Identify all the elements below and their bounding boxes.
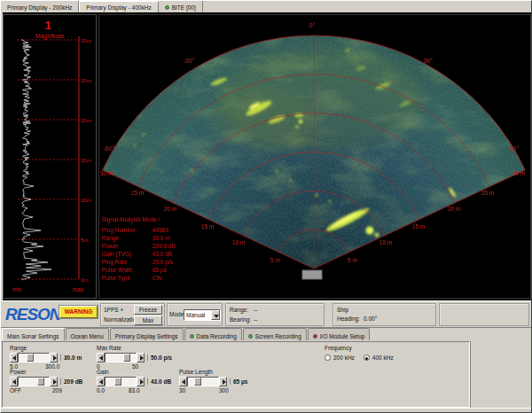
radio-400khz[interactable]: [364, 355, 370, 361]
range-label: Range: [102, 234, 153, 242]
signal-analysis-overlay: Signal Analysis Mode / Ping Number44569 …: [102, 215, 176, 282]
svg-text:25m: 25m: [81, 78, 91, 83]
gain-slider-decrease-button[interactable]: [97, 377, 105, 386]
svg-text:10 m: 10 m: [232, 239, 245, 245]
tab-ocean-menu[interactable]: Ocean Menu: [66, 328, 109, 340]
dropdown-arrow-icon[interactable]: [211, 310, 220, 320]
tab-primary-display-400khz[interactable]: Primary Display - 400kHz: [79, 1, 158, 12]
svg-text:15 m: 15 m: [412, 223, 425, 230]
frequency-group: Frequency 200 kHz 400 kHz: [325, 345, 394, 361]
tb-range-value: --: [254, 307, 257, 313]
max-rate-slider-group: Max Rate 50.0 p/s 050: [97, 345, 185, 370]
pps-indicator-row: 1PPS +: [104, 307, 123, 313]
range-slider-decrease-button[interactable]: [10, 353, 18, 362]
svg-text:25 m: 25 m: [131, 190, 144, 196]
settings-tab-bar: Main Sonar Settings Ocean Menu Primary D…: [2, 328, 532, 341]
range-slider-increase-button[interactable]: [50, 353, 58, 362]
pulse-length-slider-increase-button[interactable]: [219, 377, 227, 386]
gain-slider-value: 43.0 dB: [147, 378, 171, 385]
power-slider-max: 209: [52, 387, 62, 394]
magnitude-title: Magnitude: [35, 33, 65, 40]
svg-text:15m: 15m: [81, 158, 91, 163]
sonar-fan-panel[interactable]: 0° -30° 30° -60° 60° 30 m 25 m 20 m 15 m…: [98, 14, 531, 299]
freeze-button[interactable]: Freeze: [134, 305, 162, 315]
gain-slider-increase-button[interactable]: [137, 377, 145, 386]
frequency-200khz-label: 200 kHz: [333, 355, 355, 361]
power-slider-value: 209 dB: [60, 378, 82, 385]
gain-slider-thumb[interactable]: [114, 378, 121, 386]
mode-selected-value: Manual: [186, 312, 205, 318]
range-slider-track[interactable]: [18, 353, 50, 362]
sonar-application-window: Primary Display - 200kHz Primary Display…: [0, 0, 532, 413]
gain-slider-track[interactable]: [105, 377, 137, 386]
svg-text:30 m: 30 m: [512, 170, 525, 176]
frequency-option-400khz[interactable]: 400 kHz: [364, 355, 394, 361]
tab-data-recording[interactable]: Data Recording: [184, 328, 242, 340]
range-slider-value: 30.0 m: [60, 355, 82, 361]
warning-button[interactable]: WARNING: [59, 306, 98, 318]
range-slider-group: Range 30.0 m 5.0300.0: [10, 345, 98, 370]
svg-text:25 m: 25 m: [481, 190, 494, 196]
pulse-length-slider-thumb[interactable]: [194, 378, 201, 386]
tab-screen-recording[interactable]: Screen Recording: [243, 328, 307, 340]
svg-text:-30°: -30°: [184, 58, 195, 64]
tb-bearing-label: Bearing:: [230, 316, 254, 323]
pulse-length-slider-group: Pulse Length 65 µs 30300: [179, 369, 268, 394]
power-slider-label: Power: [10, 369, 98, 376]
gain-slider-max: 83.0: [129, 387, 140, 394]
tab-label: Ocean Menu: [71, 333, 104, 339]
pulse-length-slider-track[interactable]: [187, 377, 219, 386]
min-label: min: [12, 286, 22, 292]
pulse-width-value: 65 µs: [153, 266, 167, 274]
main-sonar-settings-panel: Range 30.0 m 5.0300.0 Max Rate 50.0 p/s …: [2, 341, 470, 408]
max-button[interactable]: Max: [134, 316, 162, 325]
power-slider-decrease-button[interactable]: [10, 377, 18, 386]
range-value: 30.0 m: [153, 234, 170, 242]
tab-bite[interactable]: BITE [00]: [159, 1, 203, 12]
tab-primary-display-200khz[interactable]: Primary Display - 200kHz: [1, 1, 79, 12]
ping-number-label: Ping Number: [102, 226, 153, 234]
mode-dropdown[interactable]: Manual: [184, 309, 221, 321]
svg-text:10 m: 10 m: [379, 239, 392, 245]
max-rate-slider-thumb[interactable]: [123, 354, 130, 362]
tb-bearing-value: --: [254, 316, 257, 323]
svg-text:30 m: 30 m: [100, 170, 113, 176]
tab-io-module-setup[interactable]: I/O Module Setup: [308, 328, 371, 340]
gain-slider-min: 0.0: [97, 387, 105, 394]
tab-primary-display-settings[interactable]: Primary Display Settings: [110, 328, 184, 340]
data-recording-status-dot: [190, 334, 194, 339]
ship-group: Ship Heading:0.00°: [332, 303, 436, 326]
svg-text:10m: 10m: [81, 198, 91, 203]
empty-toolbar-group: [439, 303, 529, 326]
pulse-length-slider-decrease-button[interactable]: [179, 377, 187, 386]
settings-right-spacer: [470, 341, 531, 408]
svg-text:20 m: 20 m: [448, 206, 460, 212]
svg-text:5m: 5m: [81, 238, 88, 243]
gain-slider-label: Gain: [97, 369, 185, 376]
range-slider-thumb[interactable]: [27, 354, 34, 362]
tab-label: Screen Recording: [255, 333, 301, 339]
radio-200khz[interactable]: [325, 355, 331, 361]
signal-analysis-title: Signal Analysis Mode /: [102, 215, 176, 223]
max-rate-slider-label: Max Rate: [97, 345, 185, 352]
max-rate-slider-decrease-button[interactable]: [97, 353, 105, 362]
max-rate-slider-track[interactable]: [105, 353, 137, 362]
sonar-display-region: 1 Magnitude 30m25m20m15m10m5m0m min max: [1, 12, 532, 300]
tab-main-sonar-settings[interactable]: Main Sonar Settings: [2, 328, 65, 340]
range-bearing-group: Range:-- Bearing:--: [225, 303, 325, 326]
frequency-option-200khz[interactable]: 200 kHz: [325, 355, 355, 361]
svg-text:30m: 30m: [81, 38, 91, 43]
magnitude-panel[interactable]: 1 Magnitude 30m25m20m15m10m5m0m min max: [3, 14, 97, 299]
max-rate-slider-increase-button[interactable]: [137, 353, 145, 362]
power-slider-thumb[interactable]: [37, 378, 44, 386]
power-slider-track[interactable]: [18, 377, 50, 386]
tab-label: Main Sonar Settings: [7, 333, 59, 339]
pulse-length-slider-label: Pulse Length: [179, 369, 268, 376]
heading-value: 0.00°: [364, 316, 377, 322]
max-label: max: [73, 286, 84, 292]
power-slider-increase-button[interactable]: [50, 377, 58, 386]
window-bottom-edge: [1, 408, 532, 413]
ping-rate-label: Ping Rate: [102, 258, 153, 266]
gain-slider-group: Gain 43.0 dB 0.083.0: [97, 369, 185, 394]
power-value: 209.0 dB: [153, 242, 176, 250]
